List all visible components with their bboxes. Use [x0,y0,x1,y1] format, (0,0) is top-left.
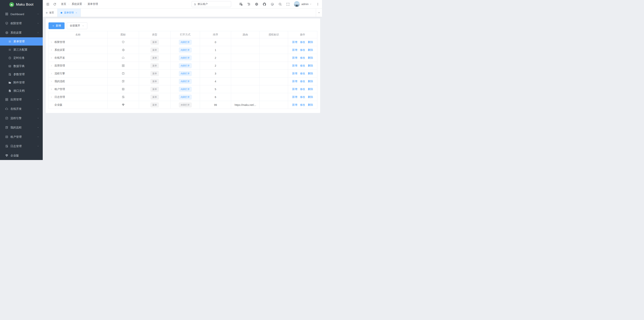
tenant-select[interactable]: 默认租户 [192,1,231,7]
expand-row-icon[interactable] [50,96,53,98]
row-add-link[interactable]: 新增 [292,103,297,106]
column-header: 授权标识 [260,31,288,38]
row-edit-link[interactable]: 修改 [300,64,305,67]
add-button[interactable]: 新增 [48,23,64,29]
font-size-icon[interactable] [247,3,250,6]
row-delete-link[interactable]: 删除 [308,88,313,91]
sidebar-item-third-party[interactable]: 第三方配置 [0,46,43,54]
row-add-link[interactable]: 新增 [292,72,297,75]
actions-cell: 新增修改删除 [288,38,317,46]
search-icon[interactable] [278,3,282,6]
sidebar-item-label: 在线开发 [10,107,37,111]
column-header: 图标 [108,31,139,38]
row-delete-link[interactable]: 删除 [308,41,313,44]
sidebar-item-label: 应用管理 [10,98,37,101]
tab-home[interactable]: 首页 [43,9,58,17]
main-area: 首页系统设置菜单管理 默认租户 admin 首页菜单管理 新 [43,0,322,160]
row-edit-link[interactable]: 修改 [300,48,305,51]
row-edit-link[interactable]: 修改 [300,95,305,98]
menu-name-cell: 租户管理 [49,88,107,91]
row-edit-link[interactable]: 修改 [300,72,305,75]
collapse-sidebar-icon[interactable] [46,3,50,6]
translate-icon[interactable] [239,3,243,6]
expand-row-icon[interactable] [50,49,53,51]
row-add-link[interactable]: 新增 [292,64,297,67]
row-delete-link[interactable]: 删除 [308,95,313,98]
row-add-link[interactable]: 新增 [292,88,297,91]
sort-value: 4 [200,78,231,85]
close-icon[interactable] [75,12,78,14]
expand-all-button[interactable]: 全部展开 [67,23,87,29]
more-vertical-icon[interactable] [316,3,320,6]
sidebar-item-permission[interactable]: 权限管理 [0,19,43,28]
row-delete-link[interactable]: 删除 [308,56,313,59]
header-actions [235,3,290,6]
sidebar-item-tenant[interactable]: 租户管理 [0,132,43,142]
row-add-link[interactable]: 新增 [292,56,297,59]
breadcrumb-item[interactable]: 系统设置 [72,3,82,6]
user-menu[interactable]: admin [294,1,312,7]
sidebar-item-schedule[interactable]: 定时任务 [0,54,43,62]
breadcrumb-item[interactable]: 首页 [61,3,66,6]
expand-row-icon[interactable] [50,73,53,75]
sidebar-item-attachment[interactable]: 附件管理 [0,78,43,87]
chevron-down-icon [37,22,39,25]
row-delete-link[interactable]: 删除 [308,80,313,83]
sidebar-item-log[interactable]: 日志管理 [0,142,43,151]
sidebar-item-api-doc[interactable]: 接口文档 [0,87,43,95]
menu-name: 我的流程 [54,80,65,83]
fullscreen-icon[interactable] [286,3,290,6]
tab-label: 首页 [49,11,54,14]
row-edit-link[interactable]: 修改 [300,41,305,44]
row-delete-link[interactable]: 删除 [308,72,313,75]
sidebar-item-my-flow[interactable]: 我的流程 [0,123,43,132]
sidebar-item-dict[interactable]: 数据字典 [0,62,43,70]
expand-row-icon[interactable] [50,80,53,83]
sidebar-item-menu-manage[interactable]: 菜单管理 [0,37,43,46]
sidebar-item-label: 系统设置 [10,31,37,35]
globe-icon[interactable] [255,3,258,6]
tab-menu-manage[interactable]: 菜单管理 [58,9,81,17]
sidebar-item-system[interactable]: 系统设置 [0,28,43,37]
sidebar-item-label: 权限管理 [10,22,37,25]
row-add-link[interactable]: 新增 [292,41,297,44]
sidebar-item-label: 附件管理 [14,81,25,84]
chevron-down-icon [37,136,39,138]
expand-row-icon[interactable] [50,57,53,59]
sidebar-item-dashboard[interactable]: Dashboard [0,9,43,19]
sidebar-item-label: 参数管理 [14,73,25,76]
row-add-link[interactable]: 新增 [292,48,297,51]
chevron-down-icon [37,145,39,147]
github-icon[interactable] [263,3,266,6]
expand-row-icon[interactable] [50,88,53,90]
auth-value [260,38,288,46]
sidebar-item-online-dev[interactable]: 在线开发 [0,104,43,114]
row-edit-link[interactable]: 修改 [300,103,305,106]
row-delete-link[interactable]: 删除 [308,64,313,67]
row-edit-link[interactable]: 修改 [300,56,305,59]
sidebar-item-enterprise[interactable]: 企业版 [0,151,43,160]
tab-list-dropdown[interactable] [316,9,322,17]
row-add-link[interactable]: 新增 [292,80,297,83]
sidebar-item-apps[interactable]: 应用管理 [0,95,43,104]
expand-row-icon[interactable] [50,41,53,43]
auth-value [260,78,288,85]
sidebar-item-label: Dashboard [10,13,37,16]
table-header-row: 名称图标类型打开方式排序路由授权标识操作 [49,31,317,38]
expand-row-icon[interactable] [50,65,53,67]
row-delete-link[interactable]: 删除 [308,48,313,51]
menu-name-cell: 应用管理 [49,64,107,67]
menu-name: 租户管理 [54,88,65,91]
gitee-icon[interactable] [270,3,274,6]
refresh-icon[interactable] [53,3,56,6]
row-edit-link[interactable]: 修改 [300,88,305,91]
breadcrumb-item[interactable]: 菜单管理 [88,3,98,6]
row-edit-link[interactable]: 修改 [300,80,305,83]
log-icon [5,145,8,148]
sidebar-item-label: 数据字典 [14,64,25,68]
row-delete-link[interactable]: 删除 [308,103,313,106]
row-add-link[interactable]: 新增 [292,95,297,98]
sidebar-item-workflow[interactable]: 流程引擎 [0,114,43,123]
sidebar-item-params[interactable]: 参数管理 [0,70,43,78]
menu-name-cell: 企业版 [49,103,107,107]
